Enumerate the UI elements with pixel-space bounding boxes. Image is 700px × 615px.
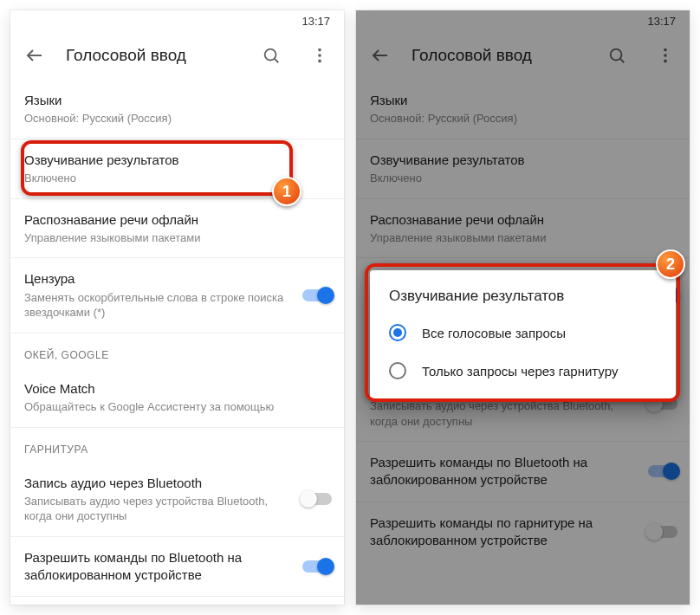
row-title: Voice Match (24, 380, 330, 398)
row-title: Разрешить команды по Bluetooth на заблок… (24, 549, 288, 585)
svg-point-2 (318, 54, 321, 57)
radio-icon (389, 324, 406, 341)
page-title: Голосовой ввод (66, 46, 240, 65)
row-subtitle: Управление языковыми пакетами (24, 230, 330, 246)
svg-point-1 (318, 49, 321, 52)
radio-icon (389, 362, 406, 379)
row-offline-recognition[interactable]: Распознавание речи офлайн Управление язы… (10, 199, 344, 258)
row-subtitle: Обращайтесь к Google Ассистенту за помощ… (24, 399, 330, 415)
phone-left: 13:17 Голосовой ввод Языки Основной: Рус… (10, 10, 344, 605)
tts-options-dialog: Озвучивание результатов Все голосовые за… (370, 270, 676, 400)
phone-right: 13:17 Голосовой ввод Языки Основной: Рус… (356, 10, 690, 605)
section-ok-google: ОКЕЙ, GOOGLE (10, 333, 344, 368)
back-icon[interactable] (17, 38, 52, 73)
status-bar: 13:17 (10, 10, 344, 31)
row-subtitle: Записывать аудио через устройства Blueto… (24, 494, 288, 524)
radio-option-headset-only[interactable]: Только запросы через гарнитуру (379, 352, 667, 390)
step-badge-2: 2 (656, 249, 685, 279)
svg-point-0 (265, 49, 276, 61)
row-censorship[interactable]: Цензура Заменять оскорбительные слова в … (10, 258, 344, 332)
row-title: Языки (24, 92, 330, 109)
row-headset-commands[interactable]: Разрешить команды по гарнитуре на заблок… (10, 597, 344, 605)
radio-label: Все голосовые запросы (422, 326, 566, 340)
svg-point-3 (318, 60, 321, 63)
row-bt-record[interactable]: Запись аудио через Bluetooth Записывать … (10, 463, 344, 536)
row-voice-match[interactable]: Voice Match Обращайтесь к Google Ассисте… (10, 368, 344, 427)
bt-record-toggle[interactable] (302, 493, 332, 505)
row-title: Озвучивание результатов (24, 152, 330, 169)
radio-option-all[interactable]: Все голосовые запросы (379, 314, 667, 352)
section-headset: ГАРНИТУРА (10, 428, 344, 463)
app-bar: Голосовой ввод (10, 31, 344, 80)
row-languages[interactable]: Языки Основной: Русский (Россия) (10, 80, 344, 139)
bt-commands-toggle[interactable] (302, 560, 332, 573)
step-badge-1: 1 (272, 177, 301, 206)
dialog-title: Озвучивание результатов (379, 288, 667, 314)
censorship-toggle[interactable] (302, 289, 332, 301)
row-title: Цензура (24, 270, 288, 288)
radio-label: Только запросы через гарнитуру (422, 364, 618, 379)
row-bt-commands[interactable]: Разрешить команды по Bluetooth на заблок… (10, 537, 344, 597)
row-subtitle: Основной: Русский (Россия) (24, 111, 330, 126)
row-title: Запись аудио через Bluetooth (24, 475, 288, 492)
settings-list: Языки Основной: Русский (Россия) Озвучив… (10, 80, 344, 605)
row-title: Распознавание речи офлайн (24, 211, 330, 229)
overflow-icon[interactable] (302, 38, 337, 73)
row-subtitle: Заменять оскорбительные слова в строке п… (24, 290, 288, 320)
search-icon[interactable] (254, 38, 288, 73)
status-time: 13:17 (301, 15, 330, 28)
